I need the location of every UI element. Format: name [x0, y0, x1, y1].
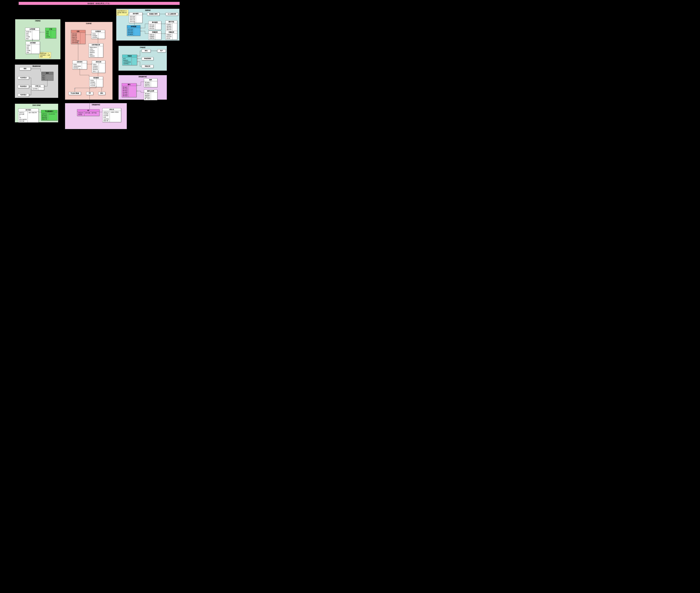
entity-task-resource: 任务资源 任务id控件库存已消耗剩余: [26, 41, 40, 54]
entity-dep-interface: 依赖接口管理: [147, 12, 160, 16]
entity-title: 节点执行数据: [69, 92, 81, 94]
entity-node-stat: 节点数据统计 任务节点统计批次数据类型数据计数 in out error: [41, 110, 57, 121]
entity-title: 任务资源: [26, 42, 40, 44]
entity-title: X业务流水: [18, 93, 29, 96]
entity-attrs: AB流水号分支名称分支类型比例Hash号段条数计数: [102, 111, 110, 122]
entity-node-exec: 节点执行数据: [69, 92, 81, 95]
entity-ab: AB: [86, 92, 93, 95]
entity-title: 赛马: [122, 83, 136, 86]
entity-title: A业务流水: [18, 76, 29, 79]
entity-attrs: 赛马编号赛马类型赛马状态胜出物料赛马条数赛马时效: [122, 86, 128, 97]
entity-title: 审核流规则: [142, 57, 153, 60]
entity-title: 全局资源: [25, 28, 39, 31]
entity-title: 审核单: [122, 55, 137, 57]
entity-material: 物料 赛马编号物料编号物料内容: [144, 78, 157, 87]
entity-title: 计算汇总: [32, 85, 44, 87]
entity-attrs: 任务id控件库存已消耗剩余: [26, 44, 31, 54]
entity-attrs: 任务id任务版本发布状态发布时间发布人: [92, 63, 99, 73]
entity-attrs: 所属事件属性编码属性名称属性类型: [166, 23, 172, 31]
entity-title: 事件字段: [166, 21, 177, 23]
entity-side: 基于总数、基于号段: [84, 112, 99, 116]
entity-horse: 赛马: [98, 92, 105, 95]
entity-task-review: 任务审核记录 审核申请单号任务id任务版本审核角色审核人审核状态: [89, 43, 103, 57]
entity-flow-b: B业务流水: [18, 85, 29, 88]
entity-ctr: 物料点击率 赛马编号物料编号链接地址唯一标识: [144, 90, 157, 100]
entity-attrs: 变量名称变量编码变量类型: [149, 34, 155, 39]
entity-attrs: AB流水号AB类型: [77, 112, 84, 116]
note-component-service: 具备完整业务 功能的最小颗粒 服务: [116, 9, 128, 16]
note-dedup-priority: 扣减优先级： 1、任务资源 2、全局资源: [39, 52, 51, 58]
entity-title: 发布记录: [92, 61, 105, 63]
page-title: 领域建模（领域边界及上下文）: [18, 2, 179, 5]
entity-title: 依赖接口管理: [147, 13, 159, 15]
entity-title: 变量配置: [149, 31, 161, 34]
entity-title: B业务流水: [18, 85, 29, 88]
entity-attrs: 组件名称组件类型组件入参组件出参: [129, 15, 136, 23]
entity-title: 赛马: [98, 92, 105, 94]
domain-title: 【实时计算域】: [15, 104, 58, 106]
domain-title: 【任务域】: [65, 23, 113, 25]
diagram-canvas: 领域建模（领域边界及上下文） 【资源域】 【数据报表域】 【实时计算域】 【任务…: [0, 0, 188, 133]
entity-attrs: 赛马编号物料编号链接地址唯一标识: [144, 92, 151, 100]
entity-event-config: 事件配置 事件名称事件编码事件topic: [149, 21, 161, 30]
entity-attrs: 单号审核状态当前审核角色当前审核人: [122, 57, 132, 65]
entity-user: 用户: [157, 49, 166, 52]
entity-side: 成功 失败 异常: [28, 111, 39, 122]
entity-task: 任务 任务名称任务类型所属计划任务状态任务当前版本任务有效期: [71, 30, 85, 44]
entity-attrs: 赛马编号物料编号物料内容: [144, 81, 151, 87]
entity-role: 角色: [142, 49, 151, 52]
entity-attrs: 任务批次类型: [41, 75, 46, 80]
entity-attrs: 变量编号枚举名称枚举值: [166, 34, 172, 39]
entity-title: 用户: [158, 49, 166, 52]
entity-title: 出入参数管理: [166, 13, 178, 15]
entity-review: 审核单 单号审核状态当前审核角色当前审核人: [122, 54, 137, 65]
entity-ab-branch: AB分支 AB流水号分支名称分支类型比例Hash号段条数计数 实验组 对照组: [102, 108, 121, 122]
entity-attrs: 任务id任务版本节点code节点信息: [89, 79, 96, 87]
entity-publish-record: 发布记录 任务id任务版本发布状态发布时间发布人: [92, 61, 105, 73]
entity-exec-flow: 执行流水 任务节点执行结果inout业务主键类型业务主键 成功 失败 异常: [18, 109, 39, 123]
entity-title: 物料点击率: [144, 90, 157, 92]
domain-title: 【基础服务域】: [65, 104, 127, 106]
entity-title: 物料: [144, 79, 157, 81]
entity-title: AB: [86, 92, 93, 94]
entity-title: 角色: [142, 49, 151, 52]
entity-attrs: 任务节点统计批次数据类型数据计数: [41, 113, 48, 120]
entity-canvas: 画布解析 任务id任务版本节点code节点信息: [89, 76, 103, 87]
entity-io-param: 出入参数管理: [166, 12, 178, 16]
entity-side: 实验组 对照组: [110, 111, 121, 122]
entity-side: in out error: [48, 113, 57, 120]
entity-attrs: 名称时效目标业务线: [45, 31, 51, 38]
entity-var-enum: 变量枚举 变量编号枚举名称枚举值: [165, 31, 177, 40]
entity-title: 任务审核记录: [89, 44, 103, 46]
entity-title: 报表: [41, 72, 53, 75]
entity-attrs: 所属计划控件库存已消耗剩余: [25, 31, 32, 40]
entity-attrs: 任务节点执行结果inout业务主键类型业务主键: [18, 111, 28, 122]
entity-plan: 计划 名称时效目标业务线: [45, 28, 56, 38]
domain-title: 【资源域】: [15, 20, 60, 22]
entity-title: 任务版本: [91, 30, 105, 33]
entity-flow-x: X业务流水: [18, 93, 29, 96]
domain-title: 【数据报表域】: [15, 65, 58, 67]
entity-task-publish: 任务发布 任务id当前发布版本发布状态: [72, 61, 87, 69]
entity-title: 任务: [71, 30, 85, 33]
entity-race: 赛马 赛马编号赛马类型赛马状态胜出物料赛马条数赛马时效: [122, 83, 136, 97]
entity-report: 报表 任务批次类型: [41, 72, 53, 81]
entity-title: AB: [77, 109, 99, 112]
entity-task-version: 任务版本 任务id任务版本任务画布: [91, 30, 105, 39]
entity-var-config: 变量配置 变量名称变量编码变量类型: [149, 31, 161, 40]
entity-title: 审核记录: [142, 65, 153, 68]
entity-title: AB分支: [102, 108, 121, 111]
entity-review-record: 审核记录: [142, 65, 154, 68]
entity-dimension: 维度: [19, 67, 31, 70]
entity-attrs: 审核申请单号任务id任务版本审核角色审核人审核状态: [89, 46, 98, 57]
entity-title: 画布解析: [89, 77, 103, 79]
entity-attrs: 任务id当前发布版本发布状态: [73, 63, 82, 69]
entity-title: 维度: [19, 67, 31, 70]
entity-attrs: 任务id任务版本任务画布: [91, 33, 98, 39]
entity-title: 执行流水: [18, 109, 39, 111]
entity-event-field: 事件字段 所属事件属性编码属性名称属性类型: [165, 21, 177, 31]
entity-title: 控件配置: [127, 25, 140, 28]
entity-review-rule: 审核流规则: [142, 57, 154, 60]
entity-attrs: 任务名称任务类型所属计划任务状态任务当前版本任务有效期: [71, 33, 80, 44]
entity-title: 变量枚举: [166, 31, 177, 34]
